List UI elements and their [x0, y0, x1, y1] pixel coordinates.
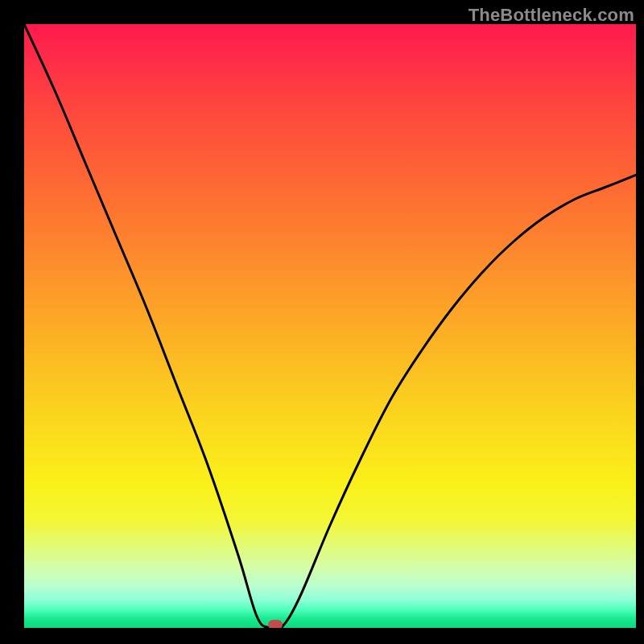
plot-area — [24, 24, 636, 628]
bottleneck-curve — [24, 24, 636, 628]
curve-svg — [24, 24, 636, 628]
minimum-marker — [268, 620, 283, 628]
chart-container: TheBottleneck.com — [0, 0, 644, 644]
watermark-text: TheBottleneck.com — [469, 5, 634, 26]
